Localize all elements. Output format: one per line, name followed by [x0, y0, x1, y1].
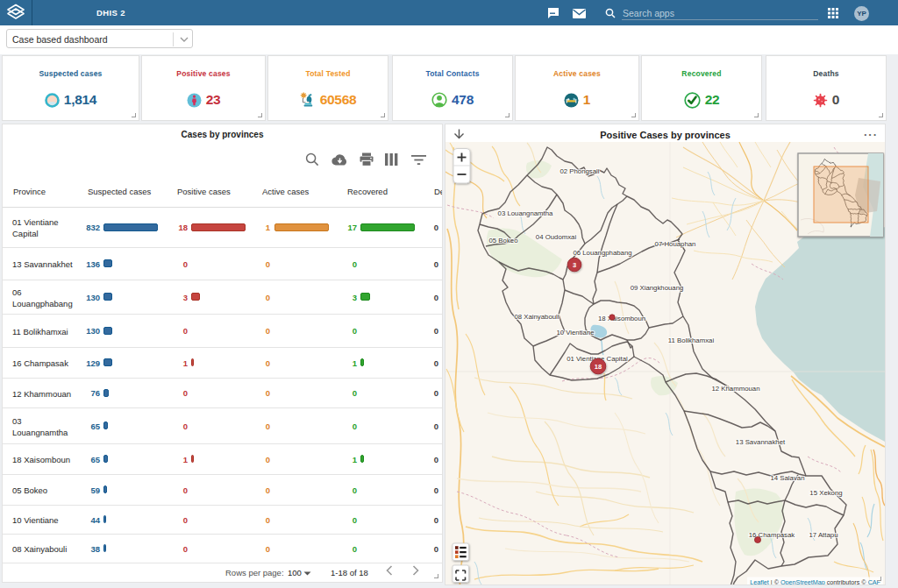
svg-text:15 Xekong: 15 Xekong [809, 489, 842, 497]
svg-text:02 Phongsali: 02 Phongsali [559, 167, 599, 175]
svg-text:10 Vientiane: 10 Vientiane [556, 329, 594, 337]
svg-text:11 Bolikhamxai: 11 Bolikhamxai [668, 337, 715, 344]
svg-text:09 Xiangkhouang: 09 Xiangkhouang [631, 284, 684, 292]
svg-text:Leaflet | © OpenStreetMap cont: Leaflet | © OpenStreetMap contributors ©… [750, 578, 880, 585]
svg-text:05 Bokeo: 05 Bokeo [489, 237, 519, 244]
svg-text:07 Houaphan: 07 Houaphan [655, 240, 696, 248]
svg-text:06 Louangphabang: 06 Louangphabang [573, 249, 631, 257]
svg-text:03 Louangnamtha: 03 Louangnamtha [498, 209, 554, 217]
svg-text:3: 3 [573, 261, 576, 269]
svg-text:18: 18 [595, 363, 602, 371]
svg-text:08 Xainyabouli: 08 Xainyabouli [514, 313, 559, 321]
svg-text:13 Savannakhet: 13 Savannakhet [736, 438, 786, 446]
svg-text:18 Xaisomboun: 18 Xaisomboun [598, 315, 645, 322]
svg-text:12 Khammouan: 12 Khammouan [711, 385, 759, 393]
svg-text:04 Oudomxai: 04 Oudomxai [536, 233, 577, 241]
svg-text:17 Attapu: 17 Attapu [809, 531, 838, 539]
svg-text:14 Salavan: 14 Salavan [770, 474, 804, 482]
